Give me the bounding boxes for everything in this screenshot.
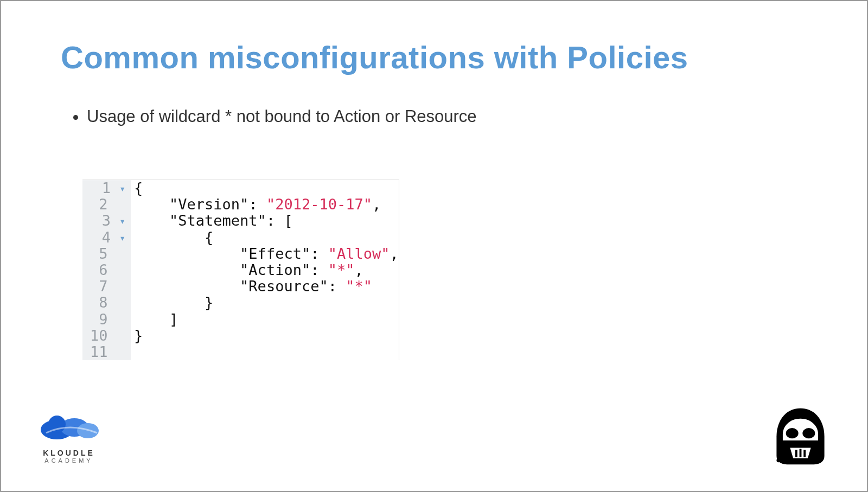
mascot-icon xyxy=(769,404,832,467)
code-line-number: 8 xyxy=(82,295,131,311)
code-line: "Action": "*", xyxy=(131,262,399,278)
code-block: 1 ▾{2 "Version": "2012-10-17",3 ▾ "State… xyxy=(82,180,399,361)
svg-rect-6 xyxy=(795,450,797,457)
code-line: "Effect": "Allow", xyxy=(131,246,399,262)
svg-point-4 xyxy=(786,428,799,438)
code-line: ] xyxy=(131,311,399,328)
code-line-number: 5 xyxy=(82,246,131,262)
svg-point-9 xyxy=(776,458,781,463)
brand-name: KLOUDLE xyxy=(36,449,101,457)
bullet-list: Usage of wildcard * not bound to Action … xyxy=(61,105,807,128)
code-line-number: 4 ▾ xyxy=(82,229,131,246)
code-line: } xyxy=(131,295,399,311)
code-line: { xyxy=(131,229,399,246)
code-line xyxy=(131,344,399,360)
slide-title: Common misconfigurations with Policies xyxy=(61,39,807,75)
svg-rect-7 xyxy=(800,449,802,457)
code-line-number: 1 ▾ xyxy=(82,180,131,196)
brand-subtitle: ACADEMY xyxy=(36,457,101,464)
code-line: "Statement": [ xyxy=(131,213,399,229)
cloud-logo-icon xyxy=(36,411,101,441)
vader-helmet-icon xyxy=(769,404,832,467)
slide: Common misconfigurations with Policies U… xyxy=(0,0,868,492)
code-line-number: 6 xyxy=(82,262,131,278)
code-line: { xyxy=(131,180,399,196)
bullet-item: Usage of wildcard * not bound to Action … xyxy=(87,105,807,128)
code-line-number: 2 xyxy=(82,196,131,213)
code-line-number: 11 xyxy=(82,344,131,360)
code-line: } xyxy=(131,328,399,344)
brand-logo: KLOUDLE ACADEMY xyxy=(36,411,101,464)
svg-point-5 xyxy=(802,428,815,438)
code-line-number: 9 xyxy=(82,311,131,328)
code-line: "Resource": "*" xyxy=(131,278,399,295)
svg-rect-8 xyxy=(803,450,806,457)
code-line-number: 3 ▾ xyxy=(82,213,131,229)
code-line: "Version": "2012-10-17", xyxy=(131,196,399,213)
code-line-number: 7 xyxy=(82,278,131,295)
code-line-number: 10 xyxy=(82,328,131,344)
